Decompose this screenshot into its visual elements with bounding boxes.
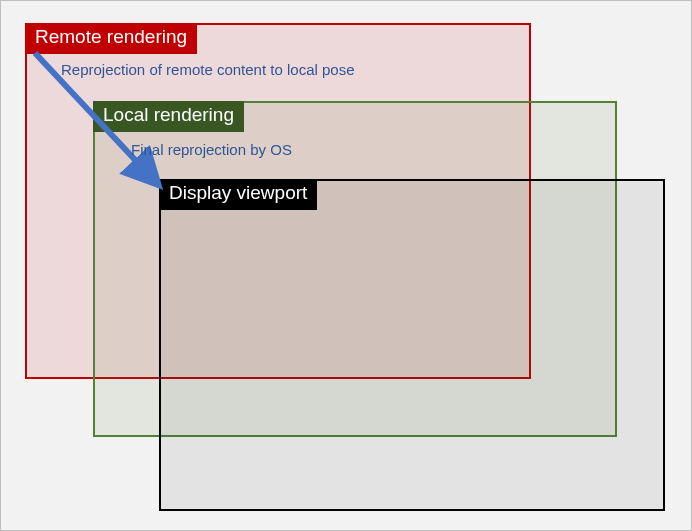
annotation-final-reprojection: Final reprojection by OS [131, 141, 292, 158]
display-viewport-label: Display viewport [159, 179, 317, 210]
display-viewport-box: Display viewport [159, 179, 665, 511]
diagram-canvas: Remote rendering Local rendering Display… [0, 0, 692, 531]
local-rendering-label: Local rendering [93, 101, 244, 132]
annotation-remote-to-local: Reprojection of remote content to local … [61, 61, 355, 78]
remote-rendering-label: Remote rendering [25, 23, 197, 54]
